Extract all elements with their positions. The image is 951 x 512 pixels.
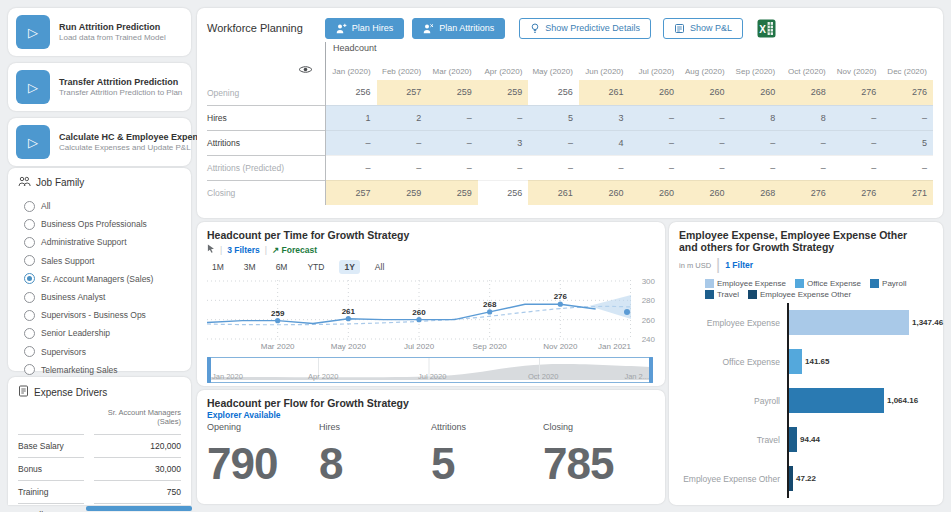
table-cell[interactable]: – [528, 155, 579, 180]
table-cell[interactable]: 276 [832, 80, 883, 105]
table-cell[interactable]: 261 [528, 180, 579, 205]
table-cell[interactable]: 257 [326, 180, 377, 205]
job-family-option[interactable]: All [18, 197, 181, 215]
table-cell[interactable]: 256 [326, 80, 377, 105]
table-cell[interactable]: 260 [579, 180, 630, 205]
table-cell[interactable]: – [832, 105, 883, 130]
table-cell[interactable]: – [478, 155, 529, 180]
bar[interactable] [789, 466, 793, 491]
table-cell[interactable]: 260 [629, 180, 680, 205]
table-cell[interactable]: 268 [781, 80, 832, 105]
range-handle-right[interactable] [649, 357, 653, 383]
bar[interactable] [789, 349, 802, 374]
job-family-option[interactable]: Supervisors [18, 343, 181, 361]
table-cell[interactable]: 276 [781, 180, 832, 205]
range-all-button[interactable]: All [370, 260, 389, 274]
table-cell[interactable]: 259 [377, 180, 428, 205]
table-cell[interactable]: 260 [731, 80, 782, 105]
table-cell[interactable]: – [629, 155, 680, 180]
horizontal-scrollbar-thumb[interactable] [86, 506, 192, 511]
table-cell[interactable]: – [629, 130, 680, 155]
range-selector[interactable]: Jan 2020Apr 2020Jul 2020Oct 2020Jan 2... [207, 357, 653, 383]
table-cell[interactable]: 260 [680, 180, 731, 205]
table-cell[interactable]: – [832, 155, 883, 180]
table-cell[interactable]: 260 [680, 80, 731, 105]
range-ytd-button[interactable]: YTD [302, 260, 329, 274]
table-cell[interactable]: – [731, 155, 782, 180]
table-cell[interactable]: 3 [478, 130, 529, 155]
range-handle-left[interactable] [207, 357, 211, 383]
table-cell[interactable]: – [680, 105, 731, 130]
table-cell[interactable]: 2 [377, 105, 428, 130]
table-cell[interactable]: 257 [377, 80, 428, 105]
range-1y-button[interactable]: 1Y [339, 260, 359, 274]
job-family-option[interactable]: Supervisors - Business Ops [18, 306, 181, 324]
filters-link[interactable]: 3 Filters [227, 245, 260, 255]
table-cell[interactable]: 1 [326, 105, 377, 130]
job-family-option[interactable]: Business Ops Professionals [18, 215, 181, 233]
run-button[interactable]: ▷ [16, 15, 50, 49]
action-card-1[interactable]: ▷Transfer Attrition PredictionTransfer A… [8, 63, 191, 111]
job-family-option[interactable]: Administrative Support [18, 233, 181, 251]
filter-link[interactable]: 1 Filter [725, 260, 753, 270]
bar[interactable] [789, 310, 909, 335]
table-cell[interactable]: – [882, 155, 933, 180]
export-excel-button[interactable]: X [757, 19, 776, 38]
table-cell[interactable]: – [377, 130, 428, 155]
table-cell[interactable]: – [832, 130, 883, 155]
action-card-2[interactable]: ▷Calculate HC & Employee ExpensesCalcula… [8, 118, 191, 166]
table-cell[interactable]: 8 [781, 105, 832, 130]
table-cell[interactable]: 3 [579, 105, 630, 130]
table-cell[interactable]: – [326, 130, 377, 155]
action-card-0[interactable]: ▷Run Attrition PredictionLoad data from … [8, 8, 191, 56]
table-cell[interactable]: – [781, 130, 832, 155]
table-cell[interactable]: – [579, 155, 630, 180]
table-cell[interactable]: – [478, 105, 529, 130]
forecast-link[interactable]: ↗ Forecast [272, 245, 317, 255]
table-cell[interactable]: 259 [478, 80, 529, 105]
job-family-option[interactable]: Sr. Account Managers (Sales) [18, 270, 181, 288]
table-cell[interactable]: 260 [629, 80, 680, 105]
table-cell[interactable]: – [680, 155, 731, 180]
plan-attritions-button[interactable]: Plan Attritions [412, 18, 505, 39]
table-cell[interactable]: – [629, 105, 680, 130]
table-cell[interactable]: – [781, 155, 832, 180]
table-cell[interactable]: – [326, 155, 377, 180]
range-1m-button[interactable]: 1M [207, 260, 229, 274]
table-cell[interactable]: 259 [427, 180, 478, 205]
table-cell[interactable]: – [427, 130, 478, 155]
table-cell[interactable]: – [377, 155, 428, 180]
table-cell[interactable]: 8 [731, 105, 782, 130]
bar[interactable] [789, 388, 884, 413]
table-cell[interactable]: 5 [528, 105, 579, 130]
table-cell[interactable]: 261 [579, 80, 630, 105]
bar[interactable] [789, 427, 797, 452]
table-cell[interactable]: – [528, 130, 579, 155]
table-cell[interactable]: 256 [478, 180, 529, 205]
explorer-available-link[interactable]: Explorer Available [207, 410, 281, 420]
table-cell[interactable]: – [680, 130, 731, 155]
job-family-option[interactable]: Business Analyst [18, 288, 181, 306]
show-predictive-details-button[interactable]: Show Predictive Details [519, 18, 651, 39]
run-button[interactable]: ▷ [16, 125, 50, 159]
table-cell[interactable]: – [427, 155, 478, 180]
table-cell[interactable]: 276 [832, 180, 883, 205]
show-pl-button[interactable]: Show P&L [663, 18, 743, 39]
job-family-option[interactable]: Sales Support [18, 252, 181, 270]
table-cell[interactable]: 256 [528, 80, 579, 105]
run-button[interactable]: ▷ [16, 70, 50, 104]
range-6m-button[interactable]: 6M [271, 260, 293, 274]
table-cell[interactable]: 259 [427, 80, 478, 105]
table-cell[interactable]: 271 [882, 180, 933, 205]
table-cell[interactable]: 268 [731, 180, 782, 205]
line-plot[interactable]: 259261260268276 [207, 276, 631, 346]
toggle-visibility-button[interactable] [207, 57, 325, 80]
table-cell[interactable]: 4 [579, 130, 630, 155]
table-cell[interactable]: – [882, 105, 933, 130]
table-cell[interactable]: – [427, 105, 478, 130]
table-cell[interactable]: 5 [882, 130, 933, 155]
job-family-option[interactable]: Senior Leadership [18, 324, 181, 342]
plan-hires-button[interactable]: Plan Hires [325, 18, 405, 39]
table-cell[interactable]: – [731, 130, 782, 155]
range-3m-button[interactable]: 3M [239, 260, 261, 274]
